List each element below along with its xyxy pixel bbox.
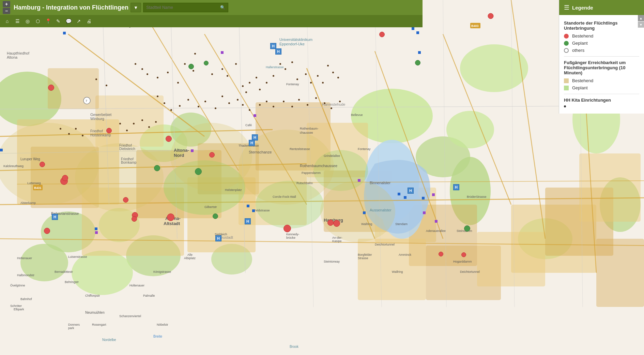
svg-text:Wallring: Wallring: [361, 222, 372, 226]
legend-header: ☰ Legende: [559, 0, 644, 15]
search-button[interactable]: 🔍: [217, 4, 228, 11]
svg-text:Neumuühlen: Neumuühlen: [85, 311, 105, 314]
marker-red[interactable]: [327, 220, 334, 226]
marker-green[interactable]: [204, 61, 209, 65]
kita-marker: [324, 102, 325, 104]
marker-green[interactable]: [415, 60, 420, 65]
list-button[interactable]: ☰: [13, 17, 22, 26]
kita-marker: [106, 85, 107, 86]
marker-red[interactable]: [106, 128, 112, 133]
kita-marker: [296, 78, 298, 80]
svg-text:Stendam: Stendam: [395, 222, 408, 226]
svg-rect-34: [596, 239, 644, 307]
legend-dot-green: [564, 41, 569, 46]
marker-red[interactable]: [333, 220, 340, 227]
svg-text:Strasse: Strasse: [358, 256, 368, 260]
kita-marker: [235, 63, 237, 65]
hospital-marker[interactable]: H: [408, 188, 414, 194]
kita-marker: [266, 82, 267, 84]
svg-text:Diebsteich: Diebsteich: [119, 147, 135, 151]
print-button[interactable]: 🖨: [85, 17, 93, 26]
marker-red[interactable]: [123, 197, 128, 203]
marker-purple-sq: [254, 114, 256, 117]
svg-text:Gewerbebiet: Gewerbebiet: [90, 113, 111, 117]
kita-marker: [179, 105, 181, 107]
hospital-marker[interactable]: H: [453, 184, 459, 190]
comment-button[interactable]: 💬: [64, 17, 73, 26]
svg-text:Gilbertstr: Gilbertstr: [204, 205, 217, 209]
legend-panel: ☰ Legende ▲ ▼ Standorte der Flüchtlings …: [559, 0, 644, 114]
legend-collapse-btn[interactable]: ▲: [638, 15, 644, 21]
toolbar-bottom: ⌂ ☰ ◎ ⬡ 📍 ✎ 💬 ↗ 🖨: [0, 15, 423, 27]
marker-red[interactable]: [209, 152, 215, 158]
svg-text:Bornkamp: Bornkamp: [121, 161, 137, 164]
svg-text:Brook: Brook: [290, 345, 299, 349]
marker-green[interactable]: [188, 64, 194, 69]
legend-expand-btn[interactable]: ▼: [638, 21, 644, 28]
svg-rect-33: [579, 153, 641, 222]
svg-text:Harvestehude: Harvestehude: [322, 102, 346, 106]
marker-red[interactable]: [283, 225, 291, 232]
marker-green[interactable]: [213, 213, 218, 219]
svg-text:Luruper Weg: Luruper Weg: [20, 157, 40, 161]
svg-text:Pappendamm: Pappendamm: [302, 171, 321, 175]
marker-purple-sq: [435, 220, 438, 223]
hospital-marker[interactable]: H: [275, 48, 281, 55]
layers-button[interactable]: ◎: [23, 17, 32, 26]
marker-purple-sq: [423, 211, 426, 214]
marker-green[interactable]: [195, 168, 202, 175]
svg-text:Breite: Breite: [153, 335, 163, 338]
share-button[interactable]: ↗: [74, 17, 83, 26]
marker-green[interactable]: [464, 225, 470, 232]
polygon-button[interactable]: ⬡: [33, 17, 42, 26]
marker-red[interactable]: [132, 216, 137, 222]
marker-red[interactable]: [48, 85, 54, 91]
legend-list-icon: ☰: [564, 4, 569, 11]
marker-button[interactable]: 📍: [44, 17, 52, 26]
kita-marker: [141, 119, 143, 121]
marker-red[interactable]: [44, 228, 50, 234]
kita-marker: [245, 91, 247, 93]
hospital-marker[interactable]: H: [245, 218, 251, 224]
zoom-out-button[interactable]: −: [3, 8, 10, 14]
marker-red[interactable]: [62, 175, 68, 181]
dropdown-button[interactable]: ▼: [131, 3, 141, 12]
zoom-in-button[interactable]: +: [3, 1, 10, 7]
legend-divider-2: [564, 94, 639, 94]
hospital-marker[interactable]: H: [52, 214, 58, 220]
svg-rect-36: [48, 68, 99, 109]
search-container[interactable]: 🔍: [143, 3, 228, 12]
marker-green[interactable]: [154, 165, 160, 171]
hospital-marker[interactable]: H: [215, 235, 221, 241]
hospital-marker[interactable]: H: [249, 140, 255, 146]
kita-marker: [221, 68, 223, 70]
svg-text:Rothenbaum-: Rothenbaum-: [300, 127, 319, 130]
svg-text:Halbmondstr: Halbmondstr: [17, 273, 34, 277]
kita-marker: [184, 63, 186, 65]
search-input[interactable]: [143, 4, 217, 11]
legend-sq-ltgreen: [564, 86, 569, 90]
svg-text:brücke: brücke: [286, 236, 295, 239]
svg-text:Nöbelstr: Nöbelstr: [157, 323, 168, 326]
kita-marker: [315, 97, 317, 99]
svg-text:Övelgönne: Övelgönne: [10, 284, 25, 287]
marker-red[interactable]: [379, 32, 385, 37]
kita-marker: [155, 121, 157, 123]
marker-red[interactable]: [40, 162, 45, 167]
marker-red[interactable]: [439, 252, 443, 256]
svg-rect-39: [477, 232, 545, 286]
svg-text:Donners: Donners: [68, 323, 80, 326]
svg-text:Rutschbahn: Rutschbahn: [296, 181, 313, 185]
marker-red[interactable]: [167, 213, 174, 221]
marker-blue-sq: [398, 193, 400, 195]
kita-marker: [147, 73, 148, 75]
marker-purple-sq: [95, 231, 98, 234]
kita-marker: [266, 101, 267, 102]
kita-marker: [283, 101, 285, 102]
kita-marker: [75, 128, 77, 130]
marker-red[interactable]: [166, 136, 172, 142]
pencil-button[interactable]: ✎: [54, 17, 63, 26]
marker-red[interactable]: [461, 252, 466, 257]
svg-text:Adenauerallee: Adenauerallee: [426, 229, 446, 233]
home-button[interactable]: ⌂: [3, 17, 12, 26]
